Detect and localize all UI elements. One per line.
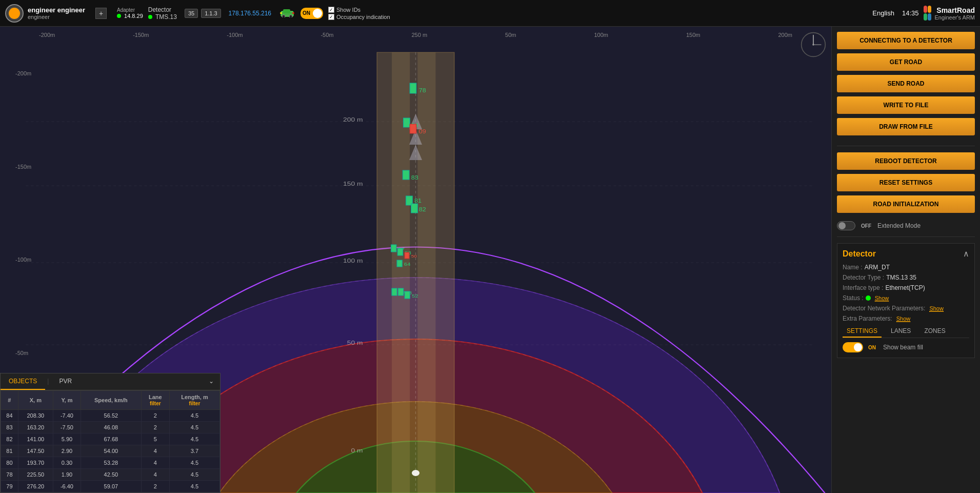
col-length: Length, mfilter [169,391,219,410]
draw-file-button[interactable]: DRAW FROM FILE [837,118,975,135]
connecting-button[interactable]: CONNECTING TO A DETECTOR [837,32,975,49]
detector-network-show[interactable]: Show [929,305,944,312]
tab-objects[interactable]: OBJECTS [1,373,45,390]
table-row: 84208.30-7.4056.5224.5 [1,410,220,422]
cell-speed: 46.08 [81,422,142,433]
cell-length: 3.7 [169,445,219,457]
svg-rect-5 [292,12,294,14]
ip-address: 178.176.55.216 [229,10,271,17]
cell-x: 225.50 [18,469,53,481]
beam-fill-toggle[interactable] [843,342,863,352]
svg-rect-45 [398,288,404,295]
detector-name-row: Name : ARM_DT [843,264,969,271]
table-row: 78225.501.9042.5044.5 [1,469,220,481]
send-road-button[interactable]: SEND ROAD [837,75,975,92]
toggle-thumb [313,9,322,18]
cell-lane: 5 [141,433,169,445]
cell-lane: 2 [141,422,169,433]
svg-rect-29 [403,170,409,180]
add-button[interactable]: + [95,8,107,19]
reboot-button[interactable]: REBOOT DETECTOR [837,152,975,170]
beam-fill-state: ON [868,345,876,350]
cell-lane: 4 [141,457,169,469]
detector-extra-show[interactable]: Show [896,315,911,322]
language-selector[interactable]: English [872,9,894,17]
adapter-info: Adapter 14.8.29 [117,7,143,19]
objects-table-body: 84208.30-7.4056.5224.583163.20-7.5046.08… [1,410,220,492]
road-init-button[interactable]: ROAD INITIALIZATION [837,195,975,213]
col-speed: Speed, km/h [81,391,142,410]
table-header-row: # X, m Y, m Speed, km/h Lanefilter Lengt… [1,391,220,410]
collapse-button[interactable]: ⌄ [203,373,220,390]
cell-speed: 67.68 [81,433,142,445]
user-role: engineer [28,14,85,20]
cell-id: 79 [1,481,18,492]
table-row: 81147.502.9054.0043.7 [1,445,220,457]
svg-rect-41 [397,260,402,267]
detector-extra-row: Extra Parameters: Show [843,315,969,322]
ext-off-label: OFF [861,223,871,229]
cell-speed: 59.07 [81,481,142,492]
header-checkboxes: ✓ Show IDs ✓ Occupancy indication [328,7,390,20]
tab-settings[interactable]: SETTINGS [843,325,882,338]
detector-info-header: Detector TMS.13 [148,6,177,21]
objects-table-scroll[interactable]: # X, m Y, m Speed, km/h Lanefilter Lengt… [1,390,220,492]
btn-separator-1 [837,146,975,146]
visualization-area: -200m -150m -100m -50m 250 m 50m 100m 15… [0,27,831,493]
get-road-button[interactable]: GET ROAD [837,53,975,71]
svg-rect-35 [391,245,396,252]
on-off-toggle[interactable]: ON [301,8,323,19]
cell-id: 82 [1,433,18,445]
tab-zones[interactable]: ZONES [920,325,949,338]
right-panel: CONNECTING TO A DETECTOR GET ROAD SEND R… [831,27,980,493]
svg-text:83: 83 [411,175,418,181]
svg-text:0 m: 0 m [351,447,363,453]
objects-tabs: OBJECTS | PVR ⌄ [1,373,220,390]
occupancy-checkbox[interactable]: ✓ [328,14,334,20]
status-dot [866,295,871,301]
tab-lanes[interactable]: LANES [887,325,915,338]
cell-x: 163.20 [18,422,53,433]
car-icon [279,7,295,19]
cell-lane: 2 [141,481,169,492]
beam-fill-thumb [854,343,862,351]
user-name: engineer engineer [28,6,85,14]
svg-text:52: 52 [412,293,418,299]
svg-point-2 [282,15,285,17]
svg-rect-33 [411,204,418,213]
extended-mode-toggle[interactable] [837,221,855,230]
user-info: engineer engineer engineer [28,6,85,20]
reset-button[interactable]: RESET SETTINGS [837,174,975,191]
brand-sub: Engineer's ARM [934,14,975,21]
cell-lane: 2 [141,410,169,422]
cell-x: 276.20 [18,481,53,492]
svg-rect-8 [417,52,435,493]
adapter-status-dot [117,14,121,18]
svg-text:82: 82 [419,207,426,212]
svg-text:100 m: 100 m [343,258,363,264]
detector-status-show[interactable]: Show [875,295,889,302]
write-file-button[interactable]: WRITE TO FILE [837,96,975,114]
objects-table: # X, m Y, m Speed, km/h Lanefilter Lengt… [1,390,220,492]
ruler-label: -50m [321,32,333,38]
detector-interface-row: Interface type : Ethernet(TCP) [843,284,969,291]
svg-text:150 m: 150 m [343,181,363,187]
tab-pvr[interactable]: PVR [51,373,80,390]
table-row: 83163.20-7.5046.0824.5 [1,422,220,433]
cell-length: 4.5 [169,422,219,433]
detector-status-label: Status : [843,294,864,302]
version-tag: 1.1.3 [201,9,221,18]
show-ids-checkbox[interactable]: ✓ [328,7,334,13]
detector-collapse-button[interactable]: ∧ [963,249,969,259]
cell-lane: 4 [141,469,169,481]
svg-point-3 [289,15,292,17]
header-tags: 35 1.1.3 [185,9,221,18]
ruler-label: 150m [686,32,701,38]
svg-text:50 m: 50 m [347,340,363,346]
detector-type-value: TMS.13 35 [886,274,916,281]
cell-speed: 53.28 [81,457,142,469]
svg-rect-1 [283,9,290,13]
extended-mode-row: OFF Extended Mode [837,221,975,230]
detector-status-row: Status : Show [843,294,969,302]
table-row: 82141.005.9067.6854.5 [1,433,220,445]
